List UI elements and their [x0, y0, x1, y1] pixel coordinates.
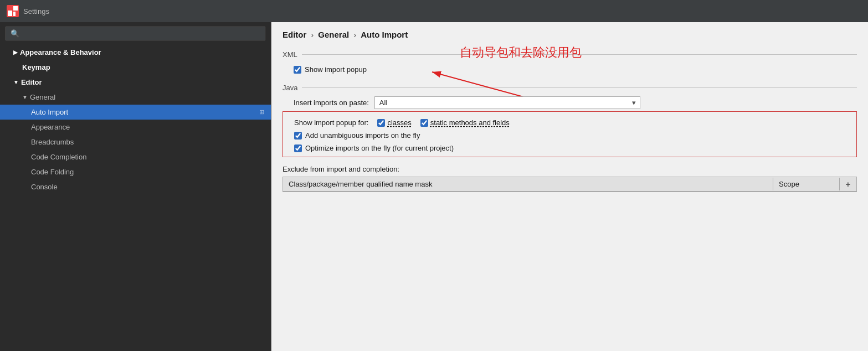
content-body: XML Show import popup: [271, 45, 868, 351]
search-icon: 🔍: [11, 29, 19, 38]
add-unambiguous-label[interactable]: Add unambiguous imports on the fly: [305, 131, 420, 140]
optimize-imports-label[interactable]: Optimize imports on the fly (for current…: [305, 144, 454, 152]
svg-rect-1: [8, 11, 12, 16]
add-unambiguous-checkbox[interactable]: [294, 132, 302, 140]
static-methods-checkbox[interactable]: [420, 119, 428, 127]
java-section-label: Java: [283, 84, 857, 92]
sidebar-item-auto-import[interactable]: Auto Import ⊞: [0, 105, 271, 120]
search-input[interactable]: [22, 29, 260, 38]
sidebar: 🔍 ▶ Appearance & Behavior Keymap ▼ Edito…: [0, 22, 271, 351]
sidebar-items: ▶ Appearance & Behavior Keymap ▼ Editor …: [0, 45, 271, 351]
sidebar-item-console[interactable]: Console: [0, 179, 271, 194]
exclude-label: Exclude from import and completion:: [283, 165, 857, 173]
exclude-table: Class/package/member qualified name mask…: [283, 177, 857, 192]
xml-section-label: XML: [283, 50, 857, 59]
add-exclude-button[interactable]: +: [840, 177, 856, 191]
xml-show-import-checkbox[interactable]: [294, 66, 301, 74]
sidebar-item-appearance[interactable]: Appearance: [0, 120, 271, 135]
add-unambiguous-row: Add unambiguous imports on the fly: [294, 131, 856, 140]
sidebar-item-appearance-behavior[interactable]: ▶ Appearance & Behavior: [0, 45, 271, 60]
expand-arrow-general: ▼: [22, 94, 28, 100]
expand-arrow-editor: ▼: [13, 79, 19, 85]
static-methods-checkbox-item: static methods and fields: [420, 118, 510, 127]
show-import-popup-for-row: Show import popup for: classes static me…: [294, 118, 856, 127]
sidebar-item-code-completion[interactable]: Code Completion: [0, 149, 271, 164]
content-area: Editor › General › Auto Import XML Show …: [271, 22, 868, 351]
main-container: 🔍 ▶ Appearance & Behavior Keymap ▼ Edito…: [0, 22, 868, 351]
classes-checkbox-item: classes: [377, 118, 411, 127]
show-import-popup-row: Show import popup: [294, 65, 367, 74]
search-box[interactable]: 🔍: [6, 27, 265, 40]
insert-imports-label: Insert imports on paste:: [294, 99, 369, 107]
java-section: Java Insert imports on paste: All Ask No…: [283, 84, 857, 192]
sidebar-item-keymap[interactable]: Keymap: [0, 60, 271, 75]
insert-imports-select[interactable]: All Ask None: [374, 96, 640, 109]
title-bar: Settings: [0, 0, 868, 22]
red-box-section: Show import popup for: classes static me…: [283, 111, 857, 157]
static-methods-label[interactable]: static methods and fields: [430, 118, 510, 127]
exclude-table-header: Class/package/member qualified name mask…: [283, 177, 856, 192]
classes-label[interactable]: classes: [387, 118, 411, 127]
svg-rect-3: [13, 12, 16, 16]
expand-arrow-appearance: ▶: [13, 49, 18, 55]
checkbox-group: classes static methods and fields: [377, 118, 509, 127]
search-box-wrapper: 🔍: [0, 22, 271, 45]
auto-import-icon: ⊞: [259, 109, 264, 116]
insert-imports-select-wrapper: All Ask None ▾: [374, 96, 640, 109]
sidebar-item-code-folding[interactable]: Code Folding: [0, 164, 271, 179]
breadcrumb: Editor › General › Auto Import: [271, 22, 868, 45]
optimize-imports-row: Optimize imports on the fly (for current…: [294, 144, 856, 152]
optimize-imports-checkbox[interactable]: [294, 144, 302, 152]
insert-imports-row: Insert imports on paste: All Ask None ▾: [294, 96, 857, 109]
exclude-section: Exclude from import and completion: Clas…: [283, 165, 857, 192]
show-popup-for-label: Show import popup for:: [294, 118, 368, 127]
app-logo: [7, 5, 19, 17]
title-bar-title: Settings: [23, 7, 49, 16]
xml-show-import-label[interactable]: Show import popup: [305, 65, 367, 74]
sidebar-item-general[interactable]: ▼ General: [0, 90, 271, 105]
sidebar-item-breadcrumbs[interactable]: Breadcrumbs: [0, 135, 271, 149]
svg-rect-2: [13, 6, 18, 11]
sidebar-item-editor[interactable]: ▼ Editor: [0, 75, 271, 90]
exclude-col-scope: Scope: [773, 178, 840, 190]
classes-checkbox[interactable]: [377, 119, 385, 127]
exclude-col-name: Class/package/member qualified name mask: [283, 178, 773, 190]
